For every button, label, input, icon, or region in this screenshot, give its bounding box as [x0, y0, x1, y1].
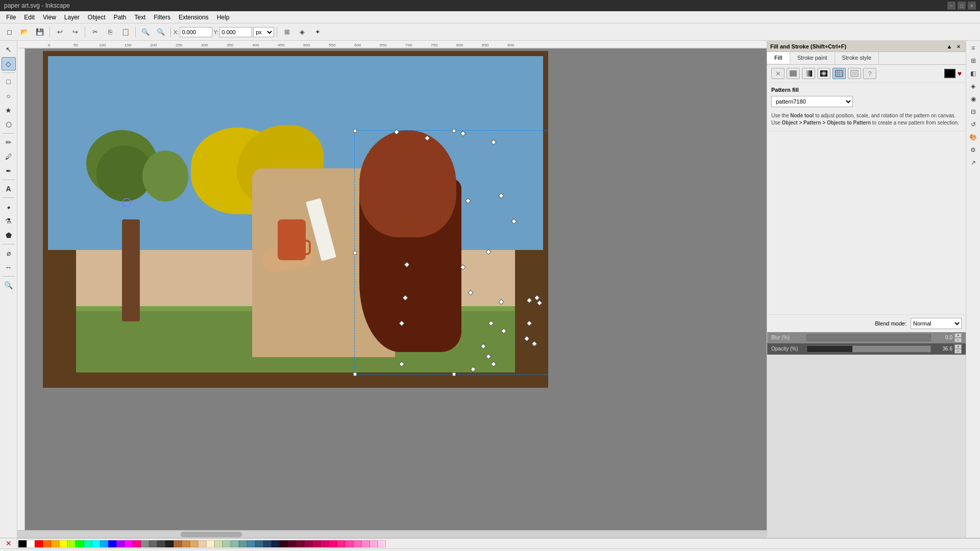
measure-tool[interactable]: ↔: [2, 261, 16, 274]
undo-button[interactable]: ↩: [53, 26, 67, 39]
scroll-thumb-horizontal[interactable]: [181, 532, 242, 537]
color-tan[interactable]: [198, 540, 206, 547]
color-ruby-dark[interactable]: [288, 540, 296, 547]
menu-layer[interactable]: Layer: [60, 13, 84, 22]
menu-path[interactable]: Path: [110, 13, 131, 22]
scrollbar-horizontal[interactable]: [17, 530, 767, 538]
opacity-plus[interactable]: +: [954, 344, 962, 349]
pencil-tool[interactable]: ✏: [2, 136, 16, 149]
blur-plus[interactable]: +: [954, 333, 962, 338]
snap-button[interactable]: ⊞: [280, 26, 294, 39]
favorite-button[interactable]: ♥: [958, 69, 962, 78]
artwork-canvas[interactable]: [43, 51, 548, 388]
menu-edit[interactable]: Edit: [20, 13, 39, 22]
save-button[interactable]: 💾: [33, 26, 47, 39]
color-brown-dark[interactable]: [174, 540, 182, 547]
strip-filter[interactable]: ⚙: [967, 144, 979, 156]
menu-view[interactable]: View: [39, 13, 60, 22]
color-violet[interactable]: [116, 540, 125, 547]
color-white[interactable]: [27, 540, 35, 547]
minimize-button[interactable]: −: [947, 2, 955, 10]
fill-type-swatch[interactable]: [848, 68, 861, 79]
color-lime[interactable]: [67, 540, 76, 547]
color-gray-20[interactable]: [165, 540, 174, 547]
color-ruby[interactable]: [296, 540, 304, 547]
gradient-tool[interactable]: ⬥: [2, 200, 16, 213]
zoom-in-toolbar[interactable]: 🔍: [138, 26, 153, 39]
color-brown-mid[interactable]: [182, 540, 190, 547]
color-yellow[interactable]: [59, 540, 67, 547]
tab-fill[interactable]: Fill: [767, 52, 790, 64]
color-pink[interactable]: [133, 540, 141, 547]
color-green[interactable]: [76, 540, 84, 547]
color-sage[interactable]: [214, 540, 223, 547]
strip-transform[interactable]: ↺: [967, 118, 979, 131]
open-button[interactable]: 📂: [17, 26, 32, 39]
fill-type-flat[interactable]: [787, 68, 800, 79]
no-fill-button[interactable]: ✕: [0, 538, 17, 548]
node-tool[interactable]: ◇: [2, 57, 16, 70]
color-hot-pink[interactable]: [329, 540, 337, 547]
color-teal-mid[interactable]: [239, 540, 247, 547]
menu-object[interactable]: Object: [84, 13, 110, 22]
panel-close-button[interactable]: ×: [954, 42, 963, 51]
strip-layers[interactable]: ⊞: [967, 55, 979, 67]
color-magenta[interactable]: [125, 540, 133, 547]
copy-button[interactable]: ⎘: [103, 26, 117, 39]
menu-extensions[interactable]: Extensions: [175, 13, 213, 22]
panel-detach-button[interactable]: ▲: [945, 42, 953, 51]
fill-color-swatch[interactable]: [944, 69, 955, 78]
menu-text[interactable]: Text: [130, 13, 150, 22]
color-cyan-green[interactable]: [84, 540, 92, 547]
3d-box-tool[interactable]: ⬡: [2, 118, 16, 131]
strip-swatches[interactable]: ◉: [967, 93, 979, 105]
menu-file[interactable]: File: [2, 13, 20, 22]
zoom-out-toolbar[interactable]: 🔍: [154, 26, 168, 39]
text-tool[interactable]: A: [2, 182, 16, 195]
opacity-minus[interactable]: −: [954, 349, 962, 354]
maximize-button[interactable]: □: [958, 2, 966, 10]
color-rose-dark[interactable]: [312, 540, 321, 547]
color-maroon-dark[interactable]: [280, 540, 288, 547]
color-black[interactable]: [18, 540, 27, 547]
fill-type-unknown[interactable]: ?: [863, 68, 876, 79]
color-blue[interactable]: [108, 540, 116, 547]
pen-tool[interactable]: 🖊: [2, 150, 16, 163]
ellipse-tool[interactable]: ○: [2, 89, 16, 103]
eyedropper-tool[interactable]: ⚗: [2, 214, 16, 228]
fill-type-radial-gradient[interactable]: [817, 68, 830, 79]
color-slate[interactable]: [255, 540, 263, 547]
fill-type-pattern[interactable]: [832, 68, 846, 79]
color-gray-30[interactable]: [157, 540, 165, 547]
zoom-tool[interactable]: 🔍: [2, 279, 16, 292]
color-amber[interactable]: [51, 540, 59, 547]
color-pink-lighter[interactable]: [353, 540, 361, 547]
new-button[interactable]: ◻: [2, 26, 16, 39]
spray-snap-button[interactable]: ✦: [310, 26, 325, 39]
node-snap-button[interactable]: ◈: [295, 26, 309, 39]
color-gray-50[interactable]: [141, 540, 149, 547]
fill-type-none[interactable]: ✕: [771, 68, 785, 79]
connector-tool[interactable]: ⌀: [2, 246, 16, 260]
opacity-track[interactable]: [806, 345, 931, 353]
y-input[interactable]: [219, 27, 252, 37]
canvas-area[interactable]: 050100 150200250 300350400 450500550 600…: [17, 41, 767, 538]
color-cranberry[interactable]: [304, 540, 312, 547]
color-pink-med[interactable]: [337, 540, 345, 547]
unit-select[interactable]: pxmmcmin: [253, 27, 274, 37]
tab-stroke-paint[interactable]: Stroke paint: [790, 52, 835, 64]
color-pink-light[interactable]: [345, 540, 353, 547]
strip-align[interactable]: ⊟: [967, 106, 979, 118]
tab-stroke-style[interactable]: Stroke style: [835, 52, 879, 64]
cut-button[interactable]: ✂: [88, 26, 102, 39]
blend-mode-select[interactable]: Normal Multiply Screen Overlay Darken Li…: [911, 318, 962, 329]
color-navy[interactable]: [272, 540, 280, 547]
blur-track[interactable]: [806, 334, 931, 341]
color-navy-light[interactable]: [263, 540, 272, 547]
strip-xml-editor[interactable]: ≡: [967, 42, 979, 54]
rect-tool[interactable]: □: [2, 75, 16, 88]
calligraphy-tool[interactable]: ✒: [2, 164, 16, 178]
blur-minus[interactable]: −: [954, 338, 962, 342]
pattern-select[interactable]: pattern7180: [771, 96, 853, 107]
color-brown-light[interactable]: [190, 540, 198, 547]
